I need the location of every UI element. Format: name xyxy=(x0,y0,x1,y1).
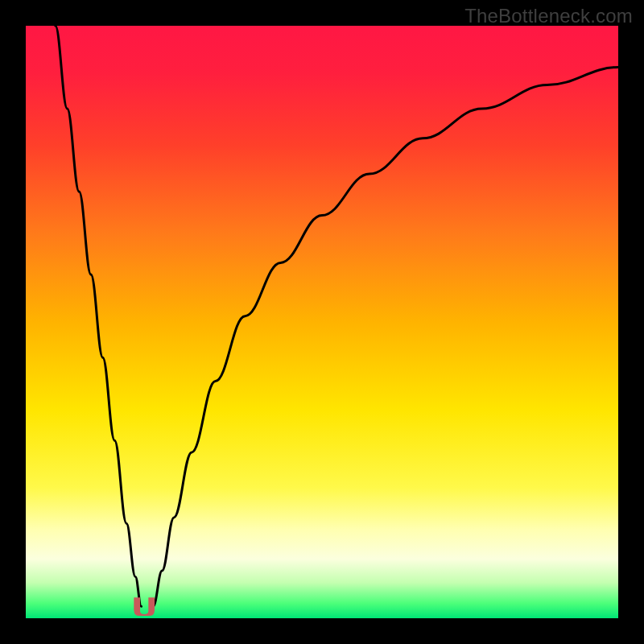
watermark-text: TheBottleneck.com xyxy=(464,5,633,27)
plot-area xyxy=(26,26,618,618)
background-gradient xyxy=(26,26,618,618)
plot-svg xyxy=(26,26,618,618)
outer-frame: TheBottleneck.com xyxy=(0,0,644,644)
